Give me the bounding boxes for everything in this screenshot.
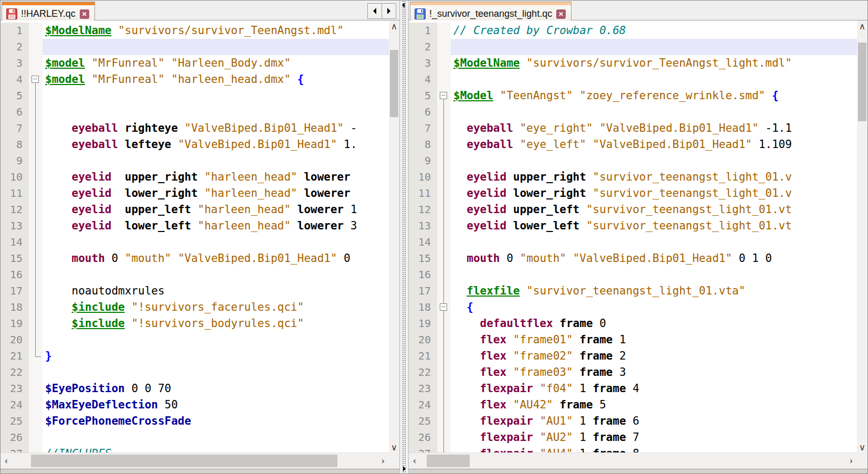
code-line[interactable]: 25$ForcePhonemeCrossFade: [1, 413, 389, 429]
line-number[interactable]: 1: [1, 23, 29, 39]
hscroll-thumb[interactable]: [31, 455, 337, 467]
code-line[interactable]: 22: [1, 364, 389, 381]
code-line[interactable]: 8 eyeball "eye_left" "ValveBiped.Bip01_H…: [409, 136, 857, 153]
line-number[interactable]: 15: [409, 250, 437, 267]
fold-margin[interactable]: [437, 299, 451, 315]
code-line[interactable]: 13 eyelid lower_left "harleen_head" lowe…: [1, 218, 389, 234]
code-line[interactable]: 26: [1, 429, 389, 446]
vertical-scrollbar-left[interactable]: ∧ ∨: [389, 20, 399, 469]
code-line[interactable]: 14: [1, 234, 389, 250]
code-line[interactable]: 20 flex "frame01" frame 1: [409, 332, 857, 348]
line-number[interactable]: 25: [1, 413, 29, 429]
line-number[interactable]: 5: [1, 88, 29, 104]
line-number[interactable]: 26: [1, 429, 29, 446]
code-line[interactable]: 7 eyeball "eye_right" "ValveBiped.Bip01_…: [409, 120, 857, 136]
scroll-right-arrow-icon[interactable]: ›: [377, 453, 389, 469]
code-line[interactable]: 1// Created by Crowbar 0.68: [409, 23, 857, 39]
code-text[interactable]: $ModelName "survivors/survivor_TeenAngst…: [43, 23, 389, 39]
vscroll-thumb[interactable]: [858, 43, 866, 121]
code-line[interactable]: 9: [1, 153, 389, 169]
code-text[interactable]: [43, 267, 389, 283]
scroll-up-arrow-icon[interactable]: ∧: [857, 20, 867, 32]
code-text[interactable]: flexpair "AU4" 1 frame 8: [451, 446, 857, 452]
code-text[interactable]: flex "frame02" frame 2: [451, 348, 857, 364]
line-number[interactable]: 7: [409, 120, 437, 136]
code-line[interactable]: 10 eyelid upper_right "survivor_teenangs…: [409, 169, 857, 185]
code-line[interactable]: 14: [409, 234, 857, 250]
fold-margin[interactable]: [29, 71, 43, 88]
code-line[interactable]: 5: [1, 88, 389, 104]
code-text[interactable]: [451, 234, 857, 250]
code-line[interactable]: 2: [1, 39, 389, 55]
line-number[interactable]: 10: [1, 169, 29, 185]
line-number[interactable]: 11: [1, 185, 29, 202]
code-text[interactable]: flex "frame01" frame 1: [451, 332, 857, 348]
code-text[interactable]: [43, 429, 389, 446]
code-area-right[interactable]: 1// Created by Crowbar 0.6823$ModelName …: [409, 20, 857, 452]
line-number[interactable]: 20: [409, 332, 437, 348]
code-text[interactable]: flex "frame03" frame 3: [451, 364, 857, 381]
code-text[interactable]: flexpair "AU2" 1 frame 7: [451, 429, 857, 446]
code-line[interactable]: 15 mouth 0 "mouth" "ValveBiped.Bip01_Hea…: [409, 250, 857, 267]
code-text[interactable]: [43, 88, 389, 104]
line-number[interactable]: 24: [1, 397, 29, 413]
code-line[interactable]: 2: [409, 39, 857, 55]
code-text[interactable]: [451, 39, 857, 55]
code-line[interactable]: 27//INCLUDES: [1, 446, 389, 452]
code-text[interactable]: $model "MrFunreal" "harleen_head.dmx" {: [43, 71, 389, 88]
code-text[interactable]: [451, 71, 857, 88]
line-number[interactable]: 22: [1, 364, 29, 381]
line-number[interactable]: 27: [1, 446, 29, 452]
code-text[interactable]: [43, 104, 389, 120]
scroll-right-arrow-icon[interactable]: ›: [845, 453, 857, 469]
code-line[interactable]: 21 flex "frame02" frame 2: [409, 348, 857, 364]
line-number[interactable]: 2: [1, 39, 29, 55]
code-text[interactable]: flexpair "f04" 1 frame 4: [451, 381, 857, 397]
fold-collapse-box-icon[interactable]: [440, 92, 447, 99]
vscroll-track[interactable]: [389, 32, 399, 441]
fold-collapse-box-icon[interactable]: [31, 76, 39, 83]
code-text[interactable]: eyeball righteye "ValveBiped.Bip01_Head1…: [43, 120, 389, 136]
scroll-down-arrow-icon[interactable]: ∨: [857, 441, 867, 453]
line-number[interactable]: 21: [409, 348, 437, 364]
code-line[interactable]: 13 eyelid lower_left "survivor_teenangst…: [409, 218, 857, 234]
code-text[interactable]: [451, 153, 857, 169]
close-tab-icon[interactable]: ✕: [556, 9, 566, 19]
code-line[interactable]: 5$Model "TeenAngst" "zoey_reference_wrin…: [409, 88, 857, 104]
line-number[interactable]: 3: [409, 55, 437, 71]
line-number[interactable]: 1: [409, 23, 437, 39]
code-line[interactable]: 18 {: [409, 299, 857, 315]
line-number[interactable]: 25: [409, 413, 437, 429]
code-text[interactable]: eyelid lower_left "harleen_head" lowerer…: [43, 218, 389, 234]
code-line[interactable]: 19 defaultflex frame 0: [409, 315, 857, 332]
code-line[interactable]: 12 eyelid upper_left "survivor_teenangst…: [409, 202, 857, 218]
line-number[interactable]: 10: [409, 169, 437, 185]
code-line[interactable]: 4$model "MrFunreal" "harleen_head.dmx" {: [1, 71, 389, 88]
code-line[interactable]: 18 $include "!survivors_facerules.qci": [1, 299, 389, 315]
tab-scroll-left-button[interactable]: [367, 3, 382, 19]
code-text[interactable]: }: [43, 348, 389, 364]
code-text[interactable]: eyelid upper_left "survivor_teenangst_li…: [451, 202, 857, 218]
scroll-left-arrow-icon[interactable]: ‹: [409, 453, 420, 469]
code-text[interactable]: {: [451, 299, 857, 315]
line-number[interactable]: 13: [409, 218, 437, 234]
code-text[interactable]: //INCLUDES: [43, 446, 389, 452]
code-line[interactable]: 23 flexpair "f04" 1 frame 4: [409, 381, 857, 397]
code-line[interactable]: 17 flexfile "survivor_teenangst_light_01…: [409, 283, 857, 299]
code-text[interactable]: flexfile "survivor_teenangst_light_01.vt…: [451, 283, 857, 299]
code-line[interactable]: 11 eyelid lower_right "survivor_teenangs…: [409, 185, 857, 202]
code-line[interactable]: 24$MaxEyeDeflection 50: [1, 397, 389, 413]
line-number[interactable]: 26: [409, 429, 437, 446]
line-number[interactable]: 4: [1, 71, 29, 88]
horizontal-scrollbar-right[interactable]: ‹ ›: [409, 452, 857, 469]
line-number[interactable]: 17: [409, 283, 437, 299]
line-number[interactable]: 9: [409, 153, 437, 169]
code-line[interactable]: 16: [1, 267, 389, 283]
code-line[interactable]: 12 eyelid upper_left "harleen_head" lowe…: [1, 202, 389, 218]
code-line[interactable]: 6: [409, 104, 857, 120]
code-line[interactable]: 9: [409, 153, 857, 169]
line-number[interactable]: 19: [409, 315, 437, 332]
line-number[interactable]: 17: [1, 283, 29, 299]
code-text[interactable]: $MaxEyeDeflection 50: [43, 397, 389, 413]
code-line[interactable]: 20: [1, 332, 389, 348]
